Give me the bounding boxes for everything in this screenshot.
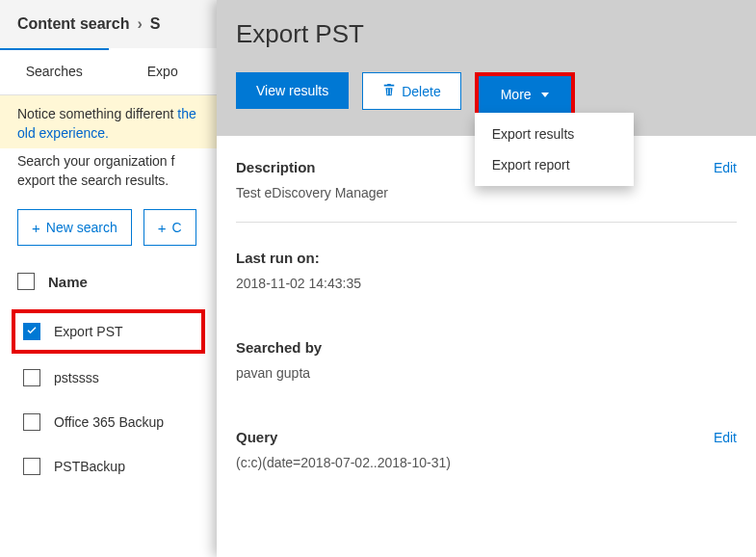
searchedby-label: Searched by (236, 339, 322, 356)
more-label: More (501, 87, 532, 102)
new-search-label: New search (46, 220, 117, 235)
view-results-button[interactable]: View results (236, 72, 349, 109)
intro-text: Search your organization f export the se… (0, 152, 217, 201)
select-all-checkbox[interactable] (17, 273, 35, 290)
row-name: Office 365 Backup (54, 414, 164, 430)
more-button[interactable]: More (479, 76, 571, 113)
new-search-button[interactable]: + New search (17, 209, 132, 246)
tabs: Searches Expo (0, 48, 217, 95)
breadcrumb-root[interactable]: Content search (17, 15, 129, 33)
row-checkbox[interactable] (23, 413, 40, 431)
row-checkbox[interactable] (23, 369, 40, 386)
trash-icon (382, 83, 396, 99)
more-menu: Export results Export report (475, 113, 634, 186)
secondary-button-label: C (171, 220, 181, 235)
edit-query-link[interactable]: Edit (714, 430, 737, 445)
notice-text: Notice something different (17, 106, 173, 121)
table-row[interactable]: Office 365 Backup (0, 400, 217, 444)
table-row[interactable]: PSTBackup (0, 444, 217, 489)
table-row[interactable]: pstssss (0, 356, 217, 400)
description-value: Test eDiscovery Manager (236, 185, 737, 200)
query-label: Query (236, 429, 277, 445)
description-label: Description (236, 159, 316, 175)
column-header-name: Name (48, 274, 88, 290)
tab-searches[interactable]: Searches (0, 48, 109, 94)
breadcrumb: Content search › S (0, 0, 217, 48)
flyout-panel: Export PST View results Delete More Expo… (217, 0, 756, 557)
notice-banner: Notice something different the old exper… (0, 95, 217, 148)
tab-exports[interactable]: Expo (109, 48, 218, 94)
plus-icon: + (158, 221, 167, 235)
row-checkbox[interactable] (23, 323, 40, 340)
secondary-button[interactable]: + C (143, 209, 196, 246)
menu-export-results[interactable]: Export results (475, 119, 634, 149)
menu-export-report[interactable]: Export report (475, 149, 634, 180)
lastrun-label: Last run on: (236, 250, 320, 266)
plus-icon: + (32, 221, 40, 235)
table-row[interactable]: Export PST (13, 311, 203, 352)
searchedby-value: pavan gupta (236, 365, 737, 381)
action-bar: View results Delete More Export results … (217, 72, 756, 136)
panel-title: Export PST (217, 0, 756, 72)
row-checkbox[interactable] (23, 458, 40, 475)
query-value: (c:c)(date=2018-07-02..2018-10-31) (236, 455, 737, 470)
row-name: pstssss (54, 370, 99, 385)
column-header-row: Name (0, 267, 217, 307)
delete-label: Delete (402, 84, 440, 99)
row-name: PSTBackup (54, 459, 125, 474)
lastrun-value: 2018-11-02 14:43:35 (236, 276, 737, 291)
breadcrumb-tail: S (150, 15, 161, 33)
chevron-down-icon (541, 93, 549, 97)
chevron-right-icon: › (137, 15, 142, 33)
edit-description-link[interactable]: Edit (714, 160, 737, 175)
row-name: Export PST (54, 324, 123, 339)
delete-button[interactable]: Delete (362, 72, 460, 110)
